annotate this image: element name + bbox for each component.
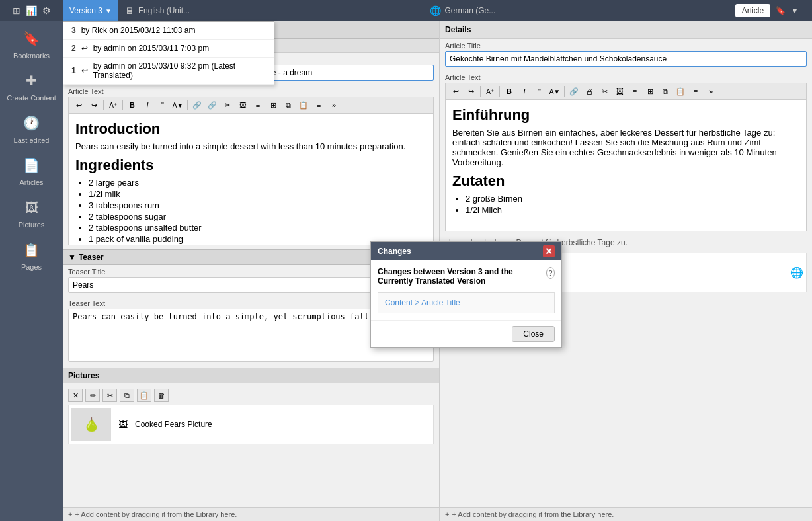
modal-close-button[interactable]: ✕ (543, 245, 555, 257)
modal-header: Changes ✕ (371, 242, 561, 260)
changes-modal: Changes ✕ Changes between Version 3 and … (370, 241, 562, 348)
modal-footer: Close (371, 320, 561, 347)
modal-title-row: Changes between Version 3 and the Curren… (378, 267, 555, 286)
changes-link[interactable]: Content > Article Title (378, 292, 555, 313)
modal-body: Changes between Version 3 and the Curren… (371, 260, 561, 320)
modal-title: Changes (378, 247, 411, 256)
modal-overlay: Changes ✕ Changes between Version 3 and … (0, 0, 812, 521)
modal-close-btn[interactable]: Close (512, 326, 555, 342)
modal-help-button[interactable]: ? (546, 267, 555, 279)
modal-heading: Changes between Version 3 and the Curren… (378, 267, 546, 286)
